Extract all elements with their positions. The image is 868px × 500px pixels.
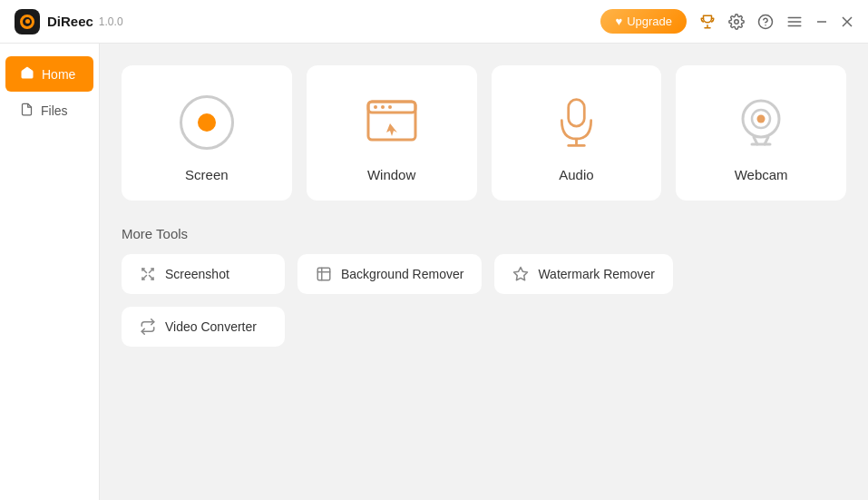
files-icon: [20, 103, 34, 119]
svg-point-13: [388, 105, 392, 109]
upgrade-button[interactable]: ♥ Upgrade: [600, 9, 687, 34]
screenshot-label: Screenshot: [165, 267, 229, 281]
screen-card-icon: [175, 91, 239, 154]
menu-icon[interactable]: [786, 14, 803, 30]
screen-circle: [180, 95, 234, 150]
screen-label: Screen: [185, 167, 229, 182]
video-converter-tool[interactable]: Video Converter: [122, 307, 285, 347]
close-button[interactable]: [841, 15, 853, 28]
app-name: DiReec: [47, 14, 93, 29]
app-version: 1.0.0: [99, 15, 123, 28]
titlebar: DiReec 1.0.0 ♥ Upgrade: [0, 0, 868, 44]
logo-ring: [20, 15, 34, 29]
logo-dot: [25, 19, 30, 24]
watermark-remover-label: Watermark Remover: [538, 267, 655, 281]
help-icon[interactable]: [757, 14, 774, 30]
upgrade-label: Upgrade: [627, 15, 672, 28]
video-converter-icon: [140, 319, 156, 335]
webcam-card[interactable]: Webcam: [676, 65, 846, 201]
tools-row-2: Video Converter: [122, 307, 846, 347]
screenshot-icon: [140, 266, 156, 282]
minimize-button[interactable]: [815, 15, 828, 28]
webcam-label: Webcam: [735, 167, 788, 182]
background-remover-tool[interactable]: Background Remover: [297, 254, 482, 294]
trophy-icon[interactable]: [699, 14, 716, 30]
watermark-remover-icon: [512, 266, 529, 282]
sidebar-item-files[interactable]: Files: [5, 93, 93, 128]
sidebar-item-home[interactable]: Home: [5, 56, 93, 92]
heart-icon: ♥: [615, 15, 622, 28]
audio-card-icon: [544, 91, 608, 154]
app-logo: [15, 9, 40, 34]
more-tools-title: More Tools: [122, 226, 846, 241]
svg-marker-26: [514, 268, 528, 280]
screenshot-tool[interactable]: Screenshot: [122, 254, 285, 294]
sidebar-files-label: Files: [41, 103, 68, 118]
background-remover-label: Background Remover: [341, 267, 463, 281]
sidebar: Home Files: [0, 44, 100, 500]
audio-label: Audio: [559, 167, 593, 182]
titlebar-controls: ♥ Upgrade: [600, 9, 853, 34]
settings-icon[interactable]: [728, 14, 745, 30]
webcam-card-icon: [729, 91, 793, 154]
svg-rect-14: [569, 100, 585, 127]
main-layout: Home Files Screen: [0, 44, 868, 500]
window-card-icon: [360, 91, 424, 154]
window-card[interactable]: Window: [307, 65, 477, 201]
recording-cards: Screen Window: [122, 65, 846, 201]
home-icon: [20, 65, 34, 83]
svg-rect-25: [317, 268, 330, 280]
audio-card[interactable]: Audio: [492, 65, 662, 201]
svg-point-11: [374, 105, 377, 109]
window-label: Window: [367, 167, 415, 182]
svg-point-0: [735, 19, 739, 24]
background-remover-icon: [316, 266, 332, 282]
video-converter-label: Video Converter: [165, 319, 257, 334]
tools-row-1: Screenshot Background Remover: [122, 254, 846, 294]
screen-card[interactable]: Screen: [122, 65, 292, 201]
svg-point-19: [757, 115, 766, 123]
sidebar-home-label: Home: [42, 67, 75, 82]
screen-dot: [198, 113, 216, 132]
content-area: Screen Window: [100, 44, 868, 500]
svg-point-12: [381, 105, 385, 109]
watermark-remover-tool[interactable]: Watermark Remover: [494, 254, 673, 294]
more-tools-section: More Tools Screenshot: [122, 226, 846, 347]
